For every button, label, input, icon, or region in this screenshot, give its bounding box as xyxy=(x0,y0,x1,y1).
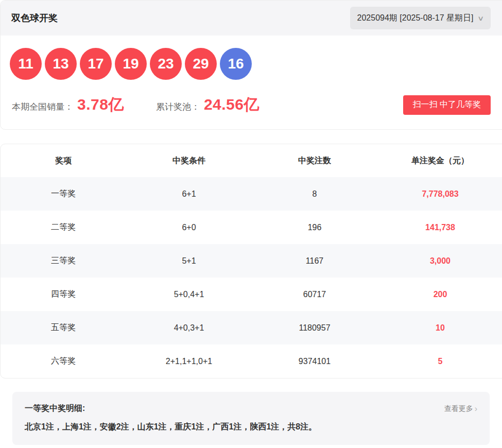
red-ball: 13 xyxy=(45,48,77,80)
stats-row: 本期全国销量： 3.78亿 累计奖池： 24.56亿 扫一扫 中了几等奖 xyxy=(1,94,502,129)
table-row: 六等奖 2+1,1+1,0+1 9374101 5 xyxy=(1,344,502,378)
detail-content: 北京1注，上海1注，安徽2注，山东1注，重庆1注，广西1注，陕西1注，共8注。 xyxy=(25,422,477,433)
chevron-down-icon: ∨ xyxy=(478,15,484,22)
column-header-amount: 单注奖金（元） xyxy=(377,156,502,166)
prize-condition: 2+1,1+1,0+1 xyxy=(126,357,252,366)
table-header-row: 奖项 中奖条件 中奖注数 单注奖金（元） xyxy=(1,144,502,177)
winner-count: 196 xyxy=(252,223,377,232)
first-prize-detail-card: 一等奖中奖明细: 查看更多 › 北京1注，上海1注，安徽2注，山东1注，重庆1注… xyxy=(12,392,490,445)
table-row: 四等奖 5+0,4+1 60717 200 xyxy=(1,278,502,311)
table-row: 三等奖 5+1 1167 3,000 xyxy=(1,244,502,278)
red-ball: 19 xyxy=(115,48,147,80)
red-ball: 29 xyxy=(185,48,217,80)
prize-condition: 5+0,4+1 xyxy=(126,290,252,299)
prize-name: 六等奖 xyxy=(1,356,126,367)
prize-condition: 6+1 xyxy=(126,189,252,199)
table-row: 一等奖 6+1 8 7,778,083 xyxy=(1,177,502,211)
header-bar: 双色球开奖 2025094期 [2025-08-17 星期日] ∨ xyxy=(1,1,502,36)
view-more-label: 查看更多 xyxy=(444,404,473,413)
table-row: 五等奖 4+0,3+1 1180957 10 xyxy=(1,311,502,344)
column-header-count: 中奖注数 xyxy=(252,156,377,166)
prize-name: 三等奖 xyxy=(1,255,126,266)
winner-count: 60717 xyxy=(252,290,377,299)
prize-name: 二等奖 xyxy=(1,222,126,233)
red-ball: 11 xyxy=(10,48,42,80)
column-header-condition: 中奖条件 xyxy=(126,156,252,166)
blue-ball: 16 xyxy=(220,48,252,80)
prize-name: 一等奖 xyxy=(1,188,126,199)
detail-title: 一等奖中奖明细: xyxy=(25,403,85,414)
sales-label: 本期全国销量： xyxy=(12,101,73,113)
draw-summary-card: 双色球开奖 2025094期 [2025-08-17 星期日] ∨ 11 13 … xyxy=(0,0,502,130)
pool-value: 24.56亿 xyxy=(204,94,259,115)
page-title: 双色球开奖 xyxy=(11,12,58,24)
scan-check-prize-button[interactable]: 扫一扫 中了几等奖 xyxy=(403,95,491,115)
winner-count: 1167 xyxy=(252,256,377,266)
prize-amount: 10 xyxy=(377,323,502,333)
chevron-right-icon: › xyxy=(475,404,477,413)
detail-header: 一等奖中奖明细: 查看更多 › xyxy=(25,403,477,414)
jackpot-pool: 累计奖池： 24.56亿 xyxy=(156,94,259,115)
prize-condition: 5+1 xyxy=(126,256,252,266)
winner-count: 8 xyxy=(252,189,377,199)
prize-condition: 6+0 xyxy=(126,223,252,232)
prize-name: 五等奖 xyxy=(1,322,126,333)
red-ball: 23 xyxy=(150,48,182,80)
table-row: 二等奖 6+0 196 141,738 xyxy=(1,211,502,244)
period-dropdown[interactable]: 2025094期 [2025-08-17 星期日] ∨ xyxy=(350,7,491,29)
national-sales: 本期全国销量： 3.78亿 xyxy=(12,94,124,115)
view-more-link[interactable]: 查看更多 › xyxy=(444,404,477,413)
period-dropdown-value: 2025094期 [2025-08-17 星期日] xyxy=(357,13,474,24)
drawn-numbers: 11 13 17 19 23 29 16 xyxy=(1,36,502,80)
prize-condition: 4+0,3+1 xyxy=(126,323,252,333)
column-header-prize: 奖项 xyxy=(1,156,126,166)
prize-amount: 200 xyxy=(377,290,502,299)
prize-amount: 141,738 xyxy=(377,223,502,232)
winner-count: 9374101 xyxy=(252,357,377,366)
prize-table-card: 奖项 中奖条件 中奖注数 单注奖金（元） 一等奖 6+1 8 7,778,083… xyxy=(0,144,502,378)
pool-label: 累计奖池： xyxy=(156,101,200,113)
prize-amount: 5 xyxy=(377,357,502,366)
sales-value: 3.78亿 xyxy=(77,94,124,115)
red-ball: 17 xyxy=(80,48,112,80)
winner-count: 1180957 xyxy=(252,323,377,333)
prize-amount: 7,778,083 xyxy=(377,189,502,199)
lottery-results-page: 双色球开奖 2025094期 [2025-08-17 星期日] ∨ 11 13 … xyxy=(0,0,502,448)
prize-amount: 3,000 xyxy=(377,256,502,266)
prize-name: 四等奖 xyxy=(1,289,126,300)
